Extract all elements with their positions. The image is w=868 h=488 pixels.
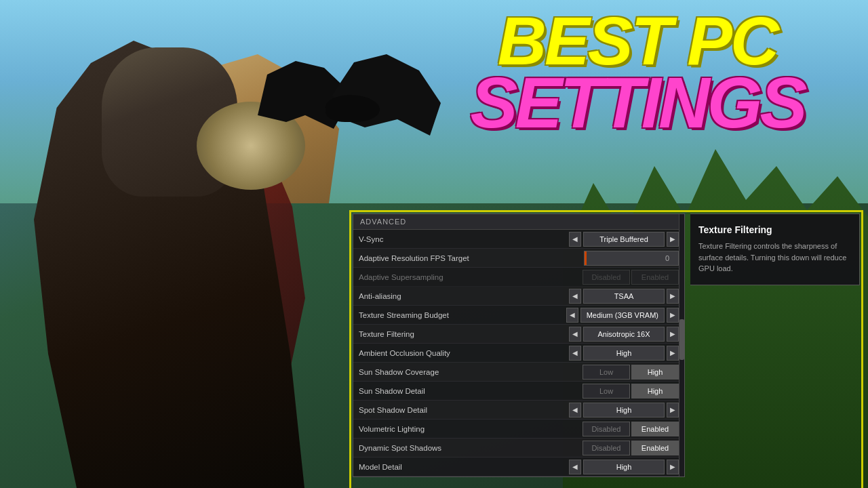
toggle-opt1-7[interactable]: Low [583, 365, 630, 380]
bird-body [326, 95, 380, 122]
arrow-left-4[interactable]: ◀ [566, 308, 578, 323]
settings-row-1: Adaptive Resolution FPS Target0 [353, 249, 684, 268]
value-box-12: High [583, 460, 665, 474]
value-box-5: Anisotropic 16X [583, 327, 665, 342]
row-label-6: Ambient Occlusion Quality [359, 349, 569, 357]
row-label-9: Spot Shadow Detail [359, 406, 569, 414]
settings-row-10: Volumetric LightingDisabledEnabled [353, 420, 684, 439]
panel-header: ADVANCED [353, 214, 684, 230]
row-label-7: Sun Shadow Coverage [359, 368, 583, 376]
toggle-opt2-11[interactable]: Enabled [631, 441, 679, 455]
settings-panel: ADVANCED V-Sync◀Triple Buffered▶Adaptive… [353, 214, 685, 477]
row-control-11: DisabledEnabled [583, 441, 679, 455]
toggle-opt1-8[interactable]: Low [583, 384, 630, 399]
settings-row-4: Texture Streaming Budget◀Medium (3GB VRA… [353, 306, 684, 325]
toggle-opt2-10[interactable]: Enabled [631, 422, 679, 436]
arrow-right-12[interactable]: ▶ [667, 460, 679, 474]
row-control-8: LowHigh [583, 384, 679, 399]
toggle-group-8: LowHigh [583, 384, 679, 399]
title-line2: SETTINGS [420, 71, 854, 136]
bird-figure [244, 41, 434, 176]
info-title: Texture Filtering [698, 224, 851, 235]
settings-row-7: Sun Shadow CoverageLowHigh [353, 363, 684, 382]
row-label-1: Adaptive Resolution FPS Target [359, 254, 584, 262]
toggle-opt2-2[interactable]: Enabled [631, 270, 679, 285]
row-label-8: Sun Shadow Detail [359, 387, 583, 395]
settings-row-11: Dynamic Spot ShadowsDisabledEnabled [353, 439, 684, 458]
arrow-left-0[interactable]: ◀ [569, 232, 581, 247]
settings-row-5: Texture Filtering◀Anisotropic 16X▶ [353, 325, 684, 344]
arrow-left-5[interactable]: ◀ [569, 327, 581, 342]
toggle-opt1-2[interactable]: Disabled [583, 270, 630, 285]
settings-row-6: Ambient Occlusion Quality◀High▶ [353, 344, 684, 363]
row-label-10: Volumetric Lighting [359, 425, 583, 433]
row-control-7: LowHigh [583, 365, 679, 380]
row-control-2: DisabledEnabled [583, 270, 679, 285]
toggle-group-11: DisabledEnabled [583, 441, 679, 455]
settings-row-12: Model Detail◀High▶ [353, 458, 684, 476]
title-container: BEST PC SETTINGS [420, 10, 854, 136]
value-box-0: Triple Buffered [583, 232, 665, 247]
value-box-6: High [583, 346, 665, 361]
toggle-opt1-10[interactable]: Disabled [583, 422, 630, 436]
toggle-group-10: DisabledEnabled [583, 422, 679, 436]
toggle-opt2-7[interactable]: High [631, 365, 679, 380]
arrow-right-6[interactable]: ▶ [667, 346, 679, 361]
info-panel: Texture Filtering Texture Filtering cont… [690, 214, 860, 285]
row-control-1: 0 [584, 251, 679, 266]
row-control-6: ◀High▶ [569, 346, 679, 361]
arrow-right-5[interactable]: ▶ [667, 327, 679, 342]
row-label-3: Anti-aliasing [359, 292, 569, 300]
toggle-opt2-8[interactable]: High [631, 384, 679, 399]
scrollbar[interactable] [679, 214, 684, 476]
settings-row-3: Anti-aliasing◀TSAA▶ [353, 287, 684, 306]
arrow-left-12[interactable]: ◀ [569, 460, 581, 474]
slider-value-1: 0 [665, 254, 673, 262]
settings-row-0: V-Sync◀Triple Buffered▶ [353, 230, 684, 249]
row-label-5: Texture Filtering [359, 330, 569, 338]
row-label-11: Dynamic Spot Shadows [359, 444, 583, 452]
arrow-left-6[interactable]: ◀ [569, 346, 581, 361]
row-control-3: ◀TSAA▶ [569, 289, 679, 304]
scroll-thumb[interactable] [679, 319, 684, 360]
row-control-5: ◀Anisotropic 16X▶ [569, 327, 679, 342]
character-head [102, 47, 237, 197]
toggle-opt1-11[interactable]: Disabled [583, 441, 630, 455]
row-control-12: ◀High▶ [569, 460, 679, 474]
value-box-4: Medium (3GB VRAM) [580, 308, 665, 323]
row-label-12: Model Detail [359, 463, 569, 471]
value-box-3: TSAA [583, 289, 665, 304]
row-label-4: Texture Streaming Budget [359, 311, 566, 319]
settings-row-9: Spot Shadow Detail◀High▶ [353, 401, 684, 420]
arrow-right-4[interactable]: ▶ [667, 308, 679, 323]
arrow-left-9[interactable]: ◀ [569, 403, 581, 418]
arrow-left-3[interactable]: ◀ [569, 289, 581, 304]
settings-rows: V-Sync◀Triple Buffered▶Adaptive Resoluti… [353, 230, 684, 476]
row-control-10: DisabledEnabled [583, 422, 679, 436]
arrow-right-3[interactable]: ▶ [667, 289, 679, 304]
toggle-group-2: DisabledEnabled [583, 270, 679, 285]
arrow-right-9[interactable]: ▶ [667, 403, 679, 418]
value-box-9: High [583, 403, 665, 418]
info-description: Texture Filtering controls the sharpness… [698, 241, 851, 274]
settings-row-2: Adaptive SupersamplingDisabledEnabled [353, 268, 684, 287]
settings-row-8: Sun Shadow DetailLowHigh [353, 382, 684, 401]
slider-1[interactable]: 0 [584, 251, 679, 266]
title-line1: BEST PC [420, 10, 854, 71]
arrow-right-0[interactable]: ▶ [667, 232, 679, 247]
row-control-0: ◀Triple Buffered▶ [569, 232, 679, 247]
row-control-4: ◀Medium (3GB VRAM)▶ [566, 308, 679, 323]
row-control-9: ◀High▶ [569, 403, 679, 418]
row-label-0: V-Sync [359, 235, 569, 243]
row-label-2: Adaptive Supersampling [359, 273, 583, 281]
toggle-group-7: LowHigh [583, 365, 679, 380]
